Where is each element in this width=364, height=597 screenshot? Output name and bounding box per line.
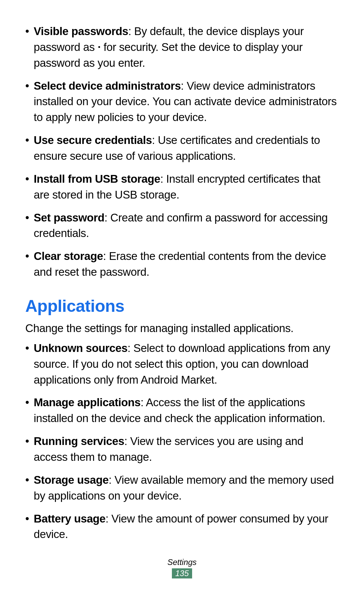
item-title: Unknown sources (34, 342, 127, 354)
list-item: Clear storage: Erase the credential cont… (34, 248, 339, 280)
list-item: Visible passwords: By default, the devic… (34, 24, 339, 71)
list-item: Set password: Create and confirm a passw… (34, 210, 339, 242)
item-title: Install from USB storage (34, 173, 160, 185)
footer-category: Settings (0, 558, 364, 567)
item-title: Battery usage (34, 512, 105, 525)
list-item: Storage usage: View available memory and… (34, 472, 339, 504)
item-title: Visible passwords (34, 25, 128, 37)
item-title: Storage usage (34, 474, 109, 486)
page-content: Visible passwords: By default, the devic… (0, 0, 364, 542)
item-title: Running services (34, 435, 124, 447)
list-item: Manage applications: Access the list of … (34, 395, 339, 426)
list-item: Select device administrators: View devic… (34, 78, 339, 126)
list-item: Use secure credentials: Use certificates… (34, 132, 339, 164)
section-intro: Change the settings for managing install… (25, 321, 339, 336)
item-title: Select device administrators (34, 80, 181, 92)
list-item: Install from USB storage: Install encryp… (34, 171, 339, 203)
item-title: Use secure credentials (34, 134, 152, 146)
footer-page-number: 135 (172, 568, 192, 578)
security-options-list: Visible passwords: By default, the devic… (25, 24, 339, 280)
item-title: Set password (34, 211, 104, 224)
page-footer: Settings 135 (0, 558, 364, 578)
item-title: Clear storage (34, 250, 103, 262)
list-item: Running services: View the services you … (34, 434, 339, 465)
item-title: Manage applications (34, 396, 141, 409)
list-item: Battery usage: View the amount of power … (34, 511, 339, 543)
applications-options-list: Unknown sources: Select to download appl… (25, 340, 339, 542)
list-item: Unknown sources: Select to download appl… (34, 340, 339, 388)
section-heading-applications: Applications (25, 296, 339, 316)
